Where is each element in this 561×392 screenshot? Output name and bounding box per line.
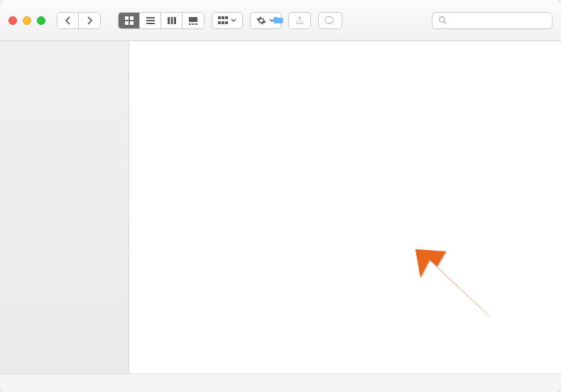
- maximize-button[interactable]: [37, 16, 45, 25]
- svg-rect-7: [168, 17, 170, 24]
- svg-rect-1: [130, 16, 134, 20]
- gear-icon: [256, 16, 266, 26]
- window-title: [273, 15, 288, 26]
- svg-rect-10: [189, 17, 197, 22]
- svg-line-22: [444, 21, 446, 23]
- window-controls: [9, 16, 45, 25]
- nav-back-forward: [57, 12, 101, 29]
- svg-rect-15: [222, 16, 224, 19]
- svg-rect-0: [125, 16, 129, 20]
- folder-icon: [273, 15, 284, 26]
- svg-rect-2: [125, 21, 129, 25]
- watermark: [129, 41, 561, 374]
- svg-rect-3: [130, 21, 134, 25]
- svg-rect-20: [325, 16, 334, 23]
- svg-rect-12: [192, 23, 195, 25]
- svg-rect-4: [146, 17, 155, 18]
- edit-tags-button[interactable]: [318, 12, 342, 29]
- share-icon: [295, 16, 305, 26]
- list-view-button[interactable]: [140, 13, 161, 28]
- svg-rect-8: [170, 17, 173, 24]
- svg-rect-19: [225, 21, 228, 24]
- sidebar: [0, 41, 129, 374]
- search-icon: [438, 16, 447, 25]
- search-field[interactable]: [432, 12, 552, 29]
- svg-rect-14: [218, 16, 221, 19]
- svg-rect-5: [146, 20, 155, 21]
- group-by-button[interactable]: [212, 12, 243, 29]
- svg-rect-9: [174, 17, 176, 24]
- path-bar: [0, 374, 561, 392]
- back-button[interactable]: [58, 13, 79, 28]
- view-mode-segment: [118, 12, 205, 29]
- svg-rect-6: [146, 23, 155, 24]
- share-button[interactable]: [288, 12, 311, 29]
- tag-icon: [325, 16, 336, 25]
- svg-rect-18: [222, 21, 224, 24]
- svg-rect-13: [195, 23, 197, 25]
- icon-view-button[interactable]: [119, 13, 140, 28]
- forward-button[interactable]: [79, 13, 100, 28]
- svg-point-21: [440, 17, 445, 23]
- chevron-down-icon: [231, 18, 236, 23]
- column-view-button[interactable]: [161, 13, 183, 28]
- svg-rect-17: [218, 21, 221, 24]
- gallery-view-button[interactable]: [183, 13, 204, 28]
- search-input[interactable]: [450, 15, 546, 26]
- svg-rect-11: [189, 23, 191, 25]
- svg-rect-16: [225, 16, 228, 19]
- titlebar: [0, 0, 561, 41]
- minimize-button[interactable]: [23, 16, 31, 25]
- close-button[interactable]: [9, 16, 17, 25]
- content-area: [129, 41, 561, 374]
